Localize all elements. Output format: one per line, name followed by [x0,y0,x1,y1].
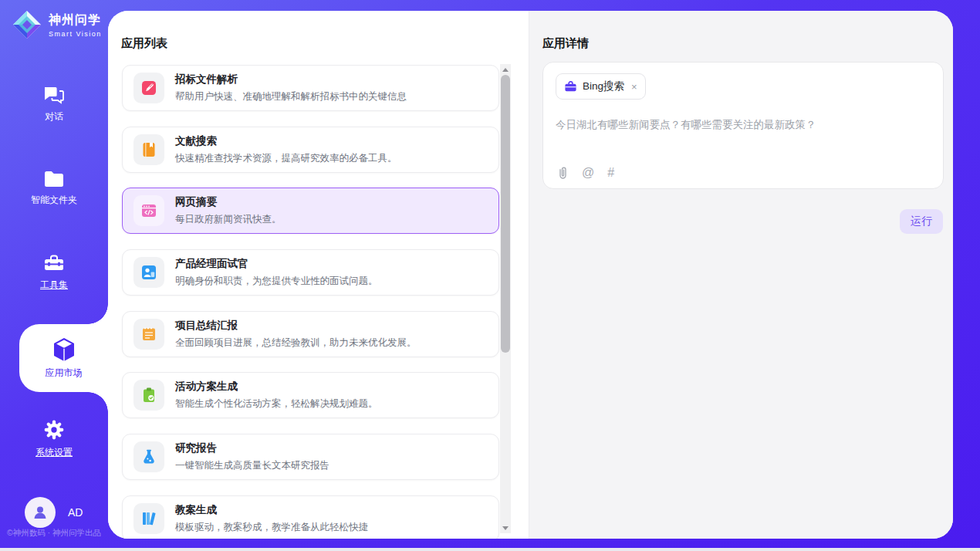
app-card-description: 模板驱动，教案秒成，教学准备从此轻松快捷 [175,521,368,534]
app-card-web-summary[interactable]: 网页摘要 每日政府新闻资讯快查。 [122,188,499,234]
sticky-note-icon [133,319,164,350]
interviewer-icon [133,257,164,288]
sidebar: 神州问学 Smart Vision 对话 智能文件夹 [0,0,108,551]
app-card-description: 智能生成个性化活动方案，轻松解决规划难题。 [175,397,378,411]
at-icon[interactable]: @ [582,166,594,180]
app-card-event-plan[interactable]: 活动方案生成 智能生成个性化活动方案，轻松解决规划难题。 [122,372,499,418]
query-input-card[interactable]: Bing搜索 × 今日湖北有哪些新闻要点？有哪些需要关注的最新政策？ @ # [542,62,944,189]
app-card-project-summary[interactable]: 项目总结汇报 全面回顾项目进展，总结经验教训，助力未来优化发展。 [122,311,499,357]
app-list: 招标文件解析 帮助用户快速、准确地理解和解析招标书中的关键信息 文献搜索 快速精… [122,65,499,539]
app-detail-title: 应用详情 [542,36,589,51]
app-card-description: 帮助用户快速、准确地理解和解析招标书中的关键信息 [175,90,407,103]
app-card-research-report[interactable]: 研究报告 一键智能生成高质量长文本研究报告 [122,434,499,480]
sidebar-item-settings[interactable]: 系统设置 [0,419,108,459]
scrollbar-up-arrow[interactable] [500,64,511,75]
app-card-pm-interviewer[interactable]: 产品经理面试官 明确身份和职责，为您提供专业性的面试问题。 [122,249,499,296]
gear-icon [43,419,65,441]
app-card-title: 项目总结汇报 [175,319,417,333]
sidebar-item-label: 对话 [45,110,63,123]
user-row[interactable]: AD [25,497,83,528]
main-content: 应用列表 招标文件解析 帮助用户快速、准确地理解和解析招标书中的关键信息 [108,11,953,539]
app-card-description: 全面回顾项目进展，总结经验教训，助力未来优化发展。 [175,336,417,350]
brand-name: 神州问学 [49,12,102,29]
research-flask-icon [133,441,164,472]
scrollbar-thumb[interactable] [501,75,510,353]
books-icon [133,503,164,534]
app-card-description: 明确身份和职责，为您提供专业性的面试问题。 [175,275,378,288]
sidebar-item-app-market[interactable]: 应用市场 [19,324,108,392]
tag-close-icon[interactable]: × [631,82,637,92]
briefcase-icon [564,80,577,93]
app-card-description: 一键智能生成高质量长文本研究报告 [175,459,329,472]
app-card-title: 活动方案生成 [175,380,378,394]
sidebar-footer: ©神州数码 · 神州问学出品 [0,528,108,539]
tool-tag-bing-search[interactable]: Bing搜索 × [556,73,646,100]
avatar [25,497,56,528]
pen-square-icon [133,73,164,103]
sidebar-item-label: 应用市场 [46,367,83,380]
app-card-title: 研究报告 [175,441,329,455]
app-card-title: 产品经理面试官 [175,257,378,271]
run-button[interactable]: 运行 [900,209,943,234]
sidebar-item-label: 工具集 [40,279,68,292]
cube-icon [52,337,76,362]
app-card-description: 快速精准查找学术资源，提高研究效率的必备工具。 [175,152,397,165]
sidebar-item-label: 智能文件夹 [31,194,77,207]
app-card-title: 招标文件解析 [175,73,407,86]
app-detail-panel: 应用详情 Bing搜索 × 今日湖北有哪些新闻要点？有哪些需要关注的最新政策？ [529,11,953,539]
user-name: AD [68,506,83,519]
brand-diamond-icon [12,9,42,40]
sidebar-item-chat[interactable]: 对话 [0,85,108,123]
bottom-edge [0,548,980,551]
bubble-curve-bottom [88,392,108,412]
sidebar-item-smart-folders[interactable]: 智能文件夹 [0,170,108,207]
avatar-icon [32,504,49,521]
hash-icon[interactable]: # [607,166,614,180]
app-card-description: 每日政府新闻资讯快查。 [175,213,282,226]
run-row: 运行 [900,209,943,234]
app-list-scrollbar[interactable] [500,64,511,533]
bubble-curve-top [88,304,108,324]
app-card-literature-search[interactable]: 文献搜索 快速精准查找学术资源，提高研究效率的必备工具。 [122,127,499,173]
app-card-title: 网页摘要 [175,195,282,209]
tool-tag-label: Bing搜索 [583,79,624,93]
app-card-lesson-plan[interactable]: 教案生成 模板驱动，教案秒成，教学准备从此轻松快捷 [122,495,499,539]
chat-icon [43,85,65,105]
app-card-title: 文献搜索 [175,134,397,148]
app-card-title: 教案生成 [175,503,368,517]
app-list-title: 应用列表 [121,36,167,51]
brand-subtitle: Smart Vision [49,30,102,38]
scrollbar-down-arrow[interactable] [500,522,511,533]
sidebar-item-toolset[interactable]: 工具集 [0,253,108,292]
query-text-input[interactable]: 今日湖北有哪些新闻要点？有哪些需要关注的最新政策？ [556,118,931,132]
app-card-bid-analysis[interactable]: 招标文件解析 帮助用户快速、准确地理解和解析招标书中的关键信息 [122,65,499,111]
sidebar-item-label: 系统设置 [35,446,73,459]
paperclip-icon[interactable] [557,166,569,180]
folder-icon [43,170,65,188]
app-list-panel: 应用列表 招标文件解析 帮助用户快速、准确地理解和解析招标书中的关键信息 [108,11,529,539]
toolbox-icon [43,253,65,273]
input-toolbar: @ # [557,166,614,180]
book-icon [133,134,164,165]
clipboard-check-icon [133,380,164,411]
app-logo: 神州问学 Smart Vision [12,9,102,40]
browser-code-icon [133,195,164,226]
